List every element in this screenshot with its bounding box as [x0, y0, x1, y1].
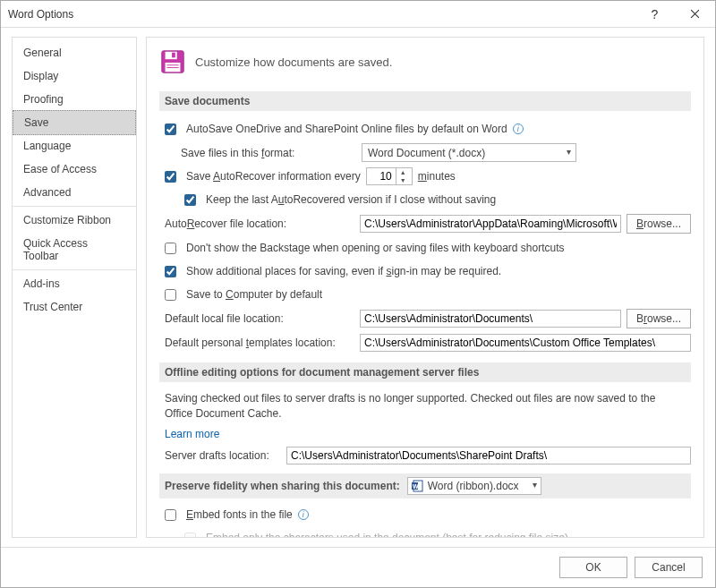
keep-last-autorecovered-checkbox[interactable]: [184, 194, 196, 206]
save-page-icon: [159, 48, 186, 75]
sidebar-item-quick-access-toolbar[interactable]: Quick Access Toolbar: [13, 232, 136, 268]
ok-button[interactable]: OK: [559, 557, 627, 578]
svg-text:W: W: [413, 483, 419, 490]
sidebar-separator: [13, 269, 136, 270]
sidebar-item-advanced[interactable]: Advanced: [13, 181, 136, 204]
sidebar-item-add-ins[interactable]: Add-ins: [13, 272, 136, 295]
sidebar-item-ease-of-access[interactable]: Ease of Access: [13, 158, 136, 181]
browse-local-button[interactable]: Browse...: [626, 309, 691, 328]
offline-description: Saving checked out files to server draft…: [165, 391, 686, 422]
sidebar-item-language[interactable]: Language: [13, 134, 136, 158]
svg-rect-2: [172, 53, 175, 58]
info-icon[interactable]: i: [298, 509, 309, 520]
learn-more-link[interactable]: Learn more: [165, 428, 219, 440]
section-preserve-fidelity: Preserve fidelity when sharing this docu…: [159, 473, 691, 499]
save-to-computer-label: Save to Computer by default: [186, 288, 322, 301]
dialog-footer: OK Cancel: [1, 547, 715, 587]
spinner-down-icon[interactable]: ▼: [396, 176, 410, 184]
sidebar-item-proofing[interactable]: Proofing: [13, 88, 136, 111]
word-document-icon: W: [412, 480, 424, 492]
section-offline: Offline editing options for document man…: [159, 362, 691, 382]
save-to-computer-checkbox[interactable]: [165, 289, 176, 301]
autorecover-location-input[interactable]: [360, 215, 621, 233]
dont-show-backstage-label: Don't show the Backstage when opening or…: [186, 242, 565, 254]
keep-last-autorecovered-label: Keep the last AutoRecovered version if I…: [206, 193, 496, 206]
close-button[interactable]: [675, 1, 715, 27]
sidebar-item-trust-center[interactable]: Trust Center: [13, 295, 136, 319]
autorecover-location-label: AutoRecover file location:: [165, 217, 354, 230]
save-format-value: Word Document (*.docx): [368, 147, 485, 159]
server-drafts-input[interactable]: [286, 447, 691, 464]
templates-location-input[interactable]: [360, 334, 691, 352]
autorecover-label: Save AutoRecover information every: [186, 170, 361, 183]
autorecover-minutes-spinner[interactable]: ▲▼: [366, 167, 413, 185]
templates-location-label: Default personal templates location:: [165, 337, 354, 349]
save-format-combo[interactable]: Word Document (*.docx): [362, 143, 576, 162]
sidebar-item-save[interactable]: Save: [13, 110, 136, 135]
dont-show-backstage-checkbox[interactable]: [165, 243, 176, 254]
preserve-document-combo[interactable]: W Word (ribbon).docx: [407, 477, 541, 495]
minutes-label: minutes: [418, 170, 456, 183]
titlebar: Word Options ?: [1, 1, 715, 28]
browse-autorecover-button[interactable]: Browse...: [626, 214, 691, 234]
page-subtitle: Customize how documents are saved.: [195, 55, 392, 69]
embed-fonts-checkbox[interactable]: [165, 509, 176, 521]
embed-fonts-label: Embed fonts in the file: [186, 508, 293, 521]
options-sidebar: General Display Proofing Save Language E…: [12, 37, 137, 538]
show-additional-places-label: Show additional places for saving, even …: [186, 265, 501, 277]
autosave-label: AutoSave OneDrive and SharePoint Online …: [186, 123, 507, 135]
sidebar-item-display[interactable]: Display: [13, 64, 136, 88]
help-button[interactable]: ?: [635, 1, 675, 27]
sidebar-item-general[interactable]: General: [13, 41, 136, 64]
close-icon: [690, 9, 700, 19]
server-drafts-label: Server drafts location:: [165, 449, 281, 462]
sidebar-separator: [13, 206, 136, 207]
cancel-button[interactable]: Cancel: [635, 557, 703, 578]
preserve-document-value: Word (ribbon).docx: [428, 480, 519, 492]
titlebar-controls: ?: [635, 1, 715, 27]
show-additional-places-checkbox[interactable]: [165, 266, 176, 277]
sidebar-item-customize-ribbon[interactable]: Customize Ribbon: [13, 209, 136, 232]
default-local-location-label: Default local file location:: [165, 312, 354, 325]
info-icon[interactable]: i: [513, 124, 524, 134]
section-save-documents: Save documents: [159, 91, 691, 111]
word-options-dialog: Word Options ? General Display Proofing …: [0, 0, 716, 588]
spinner-up-icon[interactable]: ▲: [396, 168, 410, 176]
autorecover-checkbox[interactable]: [165, 171, 176, 183]
preserve-fidelity-label: Preserve fidelity when sharing this docu…: [165, 480, 400, 492]
save-format-label: Save files in this format:: [181, 147, 356, 159]
embed-only-characters-checkbox: [184, 533, 196, 538]
page-header: Customize how documents are saved.: [159, 48, 691, 75]
autosave-checkbox[interactable]: [165, 124, 176, 135]
autorecover-minutes-value[interactable]: [367, 168, 396, 184]
embed-only-characters-label: Embed only the characters used in the do…: [206, 532, 568, 538]
window-title: Word Options: [8, 8, 635, 21]
default-local-location-input[interactable]: [360, 310, 621, 328]
options-main-panel: Customize how documents are saved. Save …: [146, 37, 704, 538]
